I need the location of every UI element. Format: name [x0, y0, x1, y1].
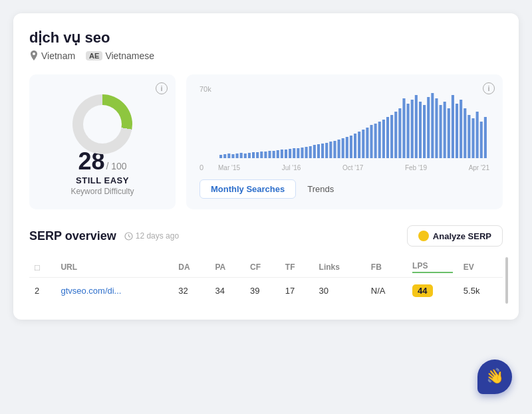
- score-sublabel: Keyword Difficulty: [70, 187, 134, 196]
- main-card: dịch vụ seo Vietnam AE Vietnamese i 28 /…: [13, 13, 519, 320]
- x-label-3: Feb '19: [405, 164, 427, 171]
- svg-rect-42: [390, 115, 393, 158]
- x-label-0: Mar '15: [218, 164, 240, 171]
- chart-panel: i 70k 0: [186, 74, 503, 209]
- svg-rect-47: [411, 100, 414, 158]
- score-denom: / 100: [106, 161, 126, 171]
- svg-rect-54: [440, 105, 442, 158]
- chart-yaxis: 70k 0: [200, 85, 211, 171]
- chart-xaxis: Mar '15 Jul '16 Oct '17 Feb '19 Apr '21: [218, 164, 489, 171]
- svg-rect-25: [321, 144, 324, 158]
- coin-icon: [418, 231, 429, 241]
- language-item: AE Vietnamese: [86, 51, 154, 61]
- svg-rect-4: [236, 154, 239, 158]
- tab-trends[interactable]: Trends: [296, 179, 345, 199]
- svg-rect-33: [354, 134, 356, 158]
- serp-table-wrap: □ URL DA PA CF TF Links FB LPS EV: [29, 257, 503, 304]
- pin-icon: [29, 51, 39, 61]
- tab-monthly-searches[interactable]: Monthly Searches: [200, 179, 296, 199]
- svg-rect-28: [333, 141, 336, 158]
- language-badge: AE: [86, 51, 102, 60]
- svg-rect-55: [444, 102, 446, 158]
- svg-rect-51: [427, 97, 430, 158]
- col-pa-header: PA: [209, 257, 245, 278]
- svg-rect-61: [467, 115, 470, 158]
- svg-rect-27: [329, 142, 332, 158]
- svg-rect-9: [256, 152, 259, 158]
- serp-header: SERP overview 12 days ago Analyze SERP: [29, 225, 503, 247]
- url-link[interactable]: gtvseo.com/di...: [61, 286, 121, 296]
- svg-rect-36: [366, 128, 368, 158]
- col-lps-header: LPS: [407, 257, 458, 278]
- analyze-serp-button[interactable]: Analyze SERP: [407, 225, 503, 247]
- svg-rect-13: [273, 151, 275, 158]
- chat-bubble[interactable]: 👋: [477, 360, 512, 394]
- svg-rect-48: [415, 95, 418, 158]
- row-cf: 39: [245, 278, 280, 304]
- svg-rect-1: [223, 154, 226, 158]
- svg-rect-50: [423, 105, 426, 158]
- difficulty-info-icon[interactable]: i: [156, 82, 168, 94]
- svg-rect-10: [260, 152, 263, 158]
- serp-title: SERP overview: [29, 229, 116, 243]
- table-head: □ URL DA PA CF TF Links FB LPS EV: [29, 257, 503, 278]
- keyword-title: dịch vụ seo: [29, 29, 503, 47]
- x-label-2: Oct '17: [342, 164, 363, 171]
- table-row: 2 gtvseo.com/di... 32 34 39 17 30 N/A 44…: [29, 278, 503, 304]
- col-expand: □: [29, 257, 55, 278]
- language-label: Vietnamese: [105, 51, 154, 61]
- svg-rect-63: [476, 112, 479, 158]
- serp-time: 12 days ago: [124, 231, 179, 241]
- scrollbar[interactable]: [505, 257, 508, 304]
- row-ev: 5.5k: [458, 278, 503, 304]
- serp-updated: 12 days ago: [136, 231, 179, 241]
- svg-rect-7: [248, 153, 251, 158]
- svg-rect-45: [402, 98, 405, 158]
- svg-rect-62: [471, 118, 474, 158]
- svg-rect-46: [407, 104, 410, 158]
- col-da-header: DA: [173, 257, 209, 278]
- svg-line-68: [128, 236, 130, 237]
- country-label: Vietnam: [41, 51, 75, 61]
- row-fb: N/A: [366, 278, 407, 304]
- svg-rect-56: [448, 108, 450, 158]
- x-label-4: Apr '21: [469, 164, 489, 171]
- chart-tabs: Monthly Searches Trends: [200, 179, 489, 199]
- svg-rect-58: [456, 104, 458, 158]
- row-url[interactable]: gtvseo.com/di...: [55, 278, 173, 304]
- analyze-btn-label: Analyze SERP: [433, 231, 491, 241]
- donut-chart: [72, 94, 132, 154]
- panels-row: i 28 / 100 STILL EASY Keyword Difficulty…: [29, 74, 503, 209]
- svg-rect-30: [342, 138, 344, 158]
- svg-rect-37: [370, 125, 372, 158]
- svg-rect-5: [240, 153, 243, 158]
- y-min: 0: [200, 163, 211, 171]
- col-links-header: Links: [314, 257, 366, 278]
- col-fb-header: FB: [366, 257, 407, 278]
- col-cf-header: CF: [245, 257, 280, 278]
- difficulty-panel: i 28 / 100 STILL EASY Keyword Difficulty: [29, 74, 176, 209]
- row-links: 30: [314, 278, 366, 304]
- row-pa: 34: [209, 278, 245, 304]
- svg-rect-16: [285, 150, 287, 158]
- lps-underline: [412, 272, 453, 273]
- svg-rect-65: [484, 117, 487, 158]
- svg-rect-34: [358, 132, 360, 158]
- row-lps: 44: [407, 278, 458, 304]
- svg-rect-17: [289, 149, 291, 158]
- svg-rect-0: [219, 155, 222, 158]
- svg-rect-2: [227, 154, 230, 158]
- svg-rect-41: [386, 117, 389, 158]
- svg-rect-60: [464, 108, 466, 158]
- svg-rect-11: [264, 152, 267, 158]
- svg-rect-26: [325, 143, 328, 158]
- svg-rect-15: [281, 150, 283, 158]
- x-label-1: Jul '16: [282, 164, 301, 171]
- col-ev-header: EV: [458, 257, 503, 278]
- svg-rect-12: [268, 151, 271, 158]
- svg-rect-38: [374, 124, 377, 158]
- row-num: 2: [29, 278, 55, 304]
- chart-area: 70k 0: [200, 85, 489, 171]
- svg-rect-57: [452, 95, 454, 158]
- row-da: 32: [173, 278, 209, 304]
